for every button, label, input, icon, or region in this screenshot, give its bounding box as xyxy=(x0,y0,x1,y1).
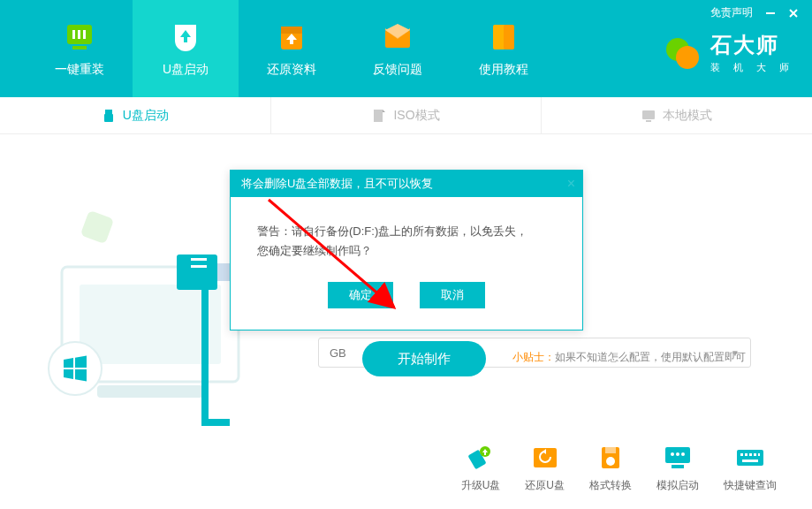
tool-label: 格式转换 xyxy=(589,478,632,493)
svg-rect-28 xyxy=(191,265,207,268)
svg-rect-15 xyxy=(105,110,112,114)
svg-rect-40 xyxy=(737,450,763,466)
nav-feedback[interactable]: 反馈问题 xyxy=(345,0,451,97)
feedback-icon xyxy=(380,19,415,55)
tool-label: 升级U盘 xyxy=(461,478,501,493)
svg-rect-6 xyxy=(78,30,80,39)
svg-point-14 xyxy=(676,46,699,69)
nav-label: U盘启动 xyxy=(163,62,209,78)
tab-label: U盘启动 xyxy=(123,108,169,124)
tool-shortcut-query[interactable]: 快捷键查询 xyxy=(724,444,777,493)
tab-usb-boot[interactable]: U盘启动 xyxy=(0,97,271,133)
bottom-toolbar: 升级U盘 还原U盘 格式转换 模拟启动 快捷键查询 xyxy=(0,444,812,493)
svg-rect-22 xyxy=(97,385,203,398)
minimize-button[interactable] xyxy=(765,8,776,19)
tab-local-mode[interactable]: 本地模式 xyxy=(542,97,812,133)
format-convert-icon xyxy=(596,444,626,471)
restore-icon xyxy=(274,19,309,55)
disclaimer-link[interactable]: 免责声明 xyxy=(710,5,753,20)
tool-restore-usb[interactable]: 还原U盘 xyxy=(525,444,565,493)
svg-rect-7 xyxy=(83,30,86,39)
svg-point-24 xyxy=(49,342,102,395)
nav-label: 一键重装 xyxy=(55,62,104,78)
simulate-boot-icon xyxy=(663,444,693,471)
dialog-actions: 确定 取消 xyxy=(231,282,582,330)
iso-icon xyxy=(372,109,386,123)
svg-rect-45 xyxy=(758,453,760,456)
svg-point-34 xyxy=(606,457,615,466)
dialog-body: 警告：请自行备份(D:F:)盘上的所有数据，以免丢失， 您确定要继续制作吗？ xyxy=(231,197,582,282)
svg-rect-4 xyxy=(72,46,87,49)
start-create-button[interactable]: 开始制作 xyxy=(362,341,486,376)
window-controls: 免责声明 xyxy=(710,5,799,20)
ok-button[interactable]: 确定 xyxy=(328,282,393,308)
svg-rect-43 xyxy=(749,453,752,456)
tab-label: 本地模式 xyxy=(663,108,712,124)
svg-rect-42 xyxy=(745,453,747,456)
svg-rect-33 xyxy=(605,447,616,453)
restore-usb-icon xyxy=(530,444,560,471)
config-tip: 小贴士：如果不知道怎么配置，使用默认配置即可 xyxy=(512,350,746,365)
brand-subtitle: 装 机 大 师 xyxy=(710,61,794,74)
svg-rect-17 xyxy=(374,110,383,122)
close-button[interactable] xyxy=(788,8,799,19)
nav-restore-data[interactable]: 还原资料 xyxy=(239,0,345,97)
select-value: GB xyxy=(330,346,346,360)
dialog-text-line1: 警告：请自行备份(D:F:)盘上的所有数据，以免丢失， xyxy=(257,222,556,241)
tool-upgrade-usb[interactable]: 升级U盘 xyxy=(461,444,501,493)
keyboard-icon xyxy=(735,444,765,471)
dialog-title: 将会删除U盘全部数据，且不可以恢复 xyxy=(241,176,433,192)
app-header: 免责声明 一键重装 U盘启动 还原资料 反馈问题 使用教程 xyxy=(0,0,812,97)
svg-rect-19 xyxy=(646,120,651,122)
svg-rect-16 xyxy=(104,114,113,122)
svg-point-39 xyxy=(681,452,685,456)
tool-simulate-boot[interactable]: 模拟启动 xyxy=(656,444,699,493)
svg-rect-46 xyxy=(742,460,758,462)
tip-text: 如果不知道怎么配置，使用默认配置即可 xyxy=(555,351,746,363)
tab-iso-mode[interactable]: ISO模式 xyxy=(271,97,543,133)
svg-rect-21 xyxy=(62,267,239,382)
tab-label: ISO模式 xyxy=(393,108,439,124)
svg-point-38 xyxy=(676,452,679,456)
svg-rect-18 xyxy=(642,110,655,119)
svg-rect-20 xyxy=(80,210,114,244)
svg-rect-44 xyxy=(754,453,756,456)
tool-label: 模拟启动 xyxy=(656,478,699,493)
logo-icon xyxy=(663,34,702,72)
confirm-dialog: 将会删除U盘全部数据，且不可以恢复 × 警告：请自行备份(D:F:)盘上的所有数… xyxy=(230,170,583,330)
dialog-close-button[interactable]: × xyxy=(567,176,575,192)
svg-rect-9 xyxy=(281,27,302,34)
local-icon xyxy=(641,109,656,123)
tip-prefix: 小贴士： xyxy=(512,351,555,363)
tool-label: 还原U盘 xyxy=(525,478,565,493)
nav-tutorial[interactable]: 使用教程 xyxy=(451,0,557,97)
usb-boot-icon xyxy=(168,19,203,55)
svg-rect-25 xyxy=(177,254,217,290)
svg-rect-27 xyxy=(191,258,207,261)
svg-rect-36 xyxy=(672,465,684,468)
nav-label: 使用教程 xyxy=(479,62,528,78)
cancel-button[interactable]: 取消 xyxy=(420,282,485,308)
svg-rect-41 xyxy=(740,453,743,456)
nav-label: 还原资料 xyxy=(267,62,316,78)
usb-icon xyxy=(102,109,116,123)
tool-label: 快捷键查询 xyxy=(724,478,777,493)
svg-rect-23 xyxy=(80,285,221,364)
svg-rect-12 xyxy=(504,25,514,49)
svg-rect-11 xyxy=(493,25,505,49)
mode-tabs: U盘启动 ISO模式 本地模式 xyxy=(0,97,812,134)
nav-one-click-reinstall[interactable]: 一键重装 xyxy=(27,0,133,97)
dialog-title-bar: 将会删除U盘全部数据，且不可以恢复 × xyxy=(231,171,582,197)
svg-point-37 xyxy=(671,452,674,456)
tutorial-icon xyxy=(486,19,521,55)
reinstall-icon xyxy=(62,19,97,55)
upgrade-usb-icon xyxy=(466,444,496,471)
brand-name: 石大师 xyxy=(710,31,794,59)
svg-rect-5 xyxy=(72,30,75,39)
nav-usb-boot[interactable]: U盘启动 xyxy=(133,0,239,97)
tool-format-convert[interactable]: 格式转换 xyxy=(589,444,632,493)
brand-logo: 石大师 装 机 大 师 xyxy=(663,31,794,74)
dialog-text-line2: 您确定要继续制作吗？ xyxy=(257,241,556,261)
nav-label: 反馈问题 xyxy=(373,62,422,78)
